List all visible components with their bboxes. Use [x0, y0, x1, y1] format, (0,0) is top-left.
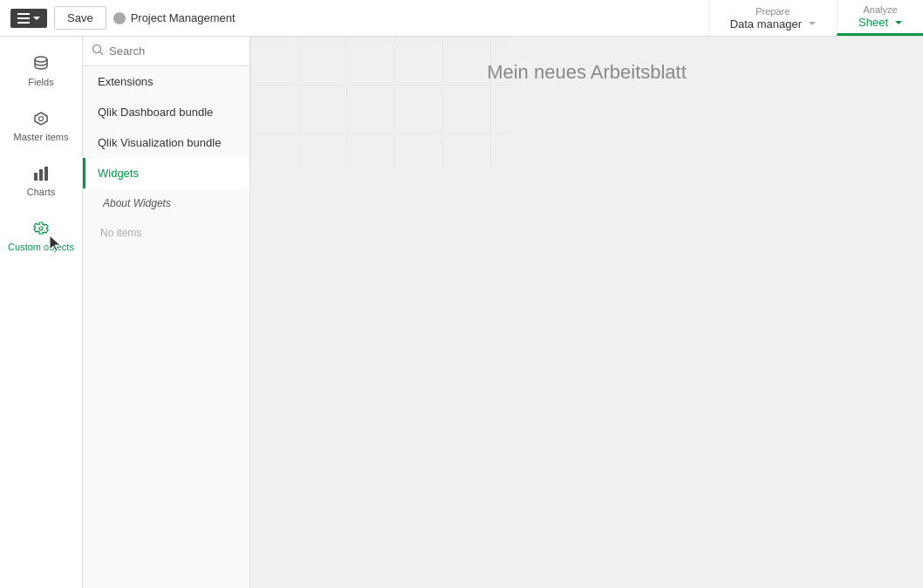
app-dot-icon: [113, 12, 126, 24]
svg-rect-8: [250, 37, 512, 168]
hamburger-icon: [17, 13, 30, 24]
sidebar-item-master-items[interactable]: Master items: [0, 99, 82, 154]
sidebar-item-fields[interactable]: Fields: [0, 44, 82, 99]
svg-rect-4: [44, 167, 48, 181]
app-name: Project Management: [113, 11, 236, 24]
main-canvas: Mein neues Arbeitsblatt: [250, 37, 923, 588]
svg-rect-2: [34, 173, 38, 181]
topbar-left: Save Project Management: [0, 6, 246, 30]
custom-objects-label: Custom objects: [8, 242, 74, 252]
svg-line-7: [100, 52, 104, 56]
main-layout: Fields Master items Charts: [0, 37, 923, 588]
grid-overlay: [250, 37, 512, 168]
qlik-dashboard-label: Qlik Dashboard bundle: [98, 106, 213, 119]
save-button[interactable]: Save: [54, 6, 106, 30]
sheet-label: Sheet: [858, 16, 888, 29]
svg-point-1: [39, 117, 44, 121]
extensions-label: Extensions: [98, 75, 154, 88]
fields-icon: [31, 54, 51, 73]
svg-point-5: [39, 227, 43, 230]
svg-point-0: [35, 57, 47, 62]
sidebar-icons: Fields Master items Charts: [0, 37, 83, 588]
analyze-label-top: Analyze: [863, 4, 897, 15]
prepare-inner: Data manager: [730, 17, 816, 31]
panel-item-widgets[interactable]: Widgets: [83, 158, 250, 188]
panel-list: Extensions Qlik Dashboard bundle Qlik Vi…: [83, 66, 250, 588]
panel-item-qlik-visualization[interactable]: Qlik Visualization bundle: [83, 127, 250, 158]
data-manager-label: Data manager: [730, 17, 802, 31]
menu-button[interactable]: [10, 9, 47, 28]
panel-item-about-widgets[interactable]: About Widgets: [83, 188, 250, 218]
charts-icon: [31, 164, 51, 183]
sidebar-item-charts[interactable]: Charts: [0, 154, 82, 209]
master-items-label: Master items: [14, 132, 69, 142]
widgets-label: Widgets: [98, 167, 139, 180]
search-input[interactable]: [109, 44, 256, 58]
analyze-inner: Sheet: [858, 16, 902, 29]
analyze-nav[interactable]: Analyze Sheet: [837, 0, 923, 36]
sheet-title: Mein neues Arbeitsblatt: [250, 61, 923, 84]
topbar: Save Project Management Prepare Data man…: [0, 0, 923, 37]
topbar-right: Prepare Data manager Analyze Sheet: [708, 0, 923, 36]
qlik-visualization-label: Qlik Visualization bundle: [98, 136, 221, 149]
sidebar-item-custom-objects[interactable]: Custom objects: [0, 209, 82, 263]
analyze-chevron-icon: [895, 21, 902, 24]
app-name-label: Project Management: [131, 11, 236, 24]
panel-item-extensions[interactable]: Extensions: [83, 66, 250, 97]
custom-objects-icon: [31, 219, 51, 238]
search-bar: [83, 37, 250, 66]
prepare-chevron-icon: [809, 22, 816, 25]
panel-item-qlik-dashboard[interactable]: Qlik Dashboard bundle: [83, 97, 250, 127]
master-items-icon: [31, 109, 51, 128]
charts-label: Charts: [27, 187, 55, 197]
svg-point-6: [93, 45, 101, 53]
prepare-label-top: Prepare: [755, 6, 790, 17]
fields-label: Fields: [28, 77, 53, 87]
search-icon: [92, 44, 104, 58]
svg-rect-3: [39, 169, 43, 181]
prepare-nav[interactable]: Prepare Data manager: [708, 0, 837, 36]
panel: Extensions Qlik Dashboard bundle Qlik Vi…: [83, 37, 250, 588]
no-items-text: No items: [83, 218, 250, 248]
about-widgets-label: About Widgets: [103, 197, 171, 209]
chevron-down-icon: [33, 17, 40, 20]
